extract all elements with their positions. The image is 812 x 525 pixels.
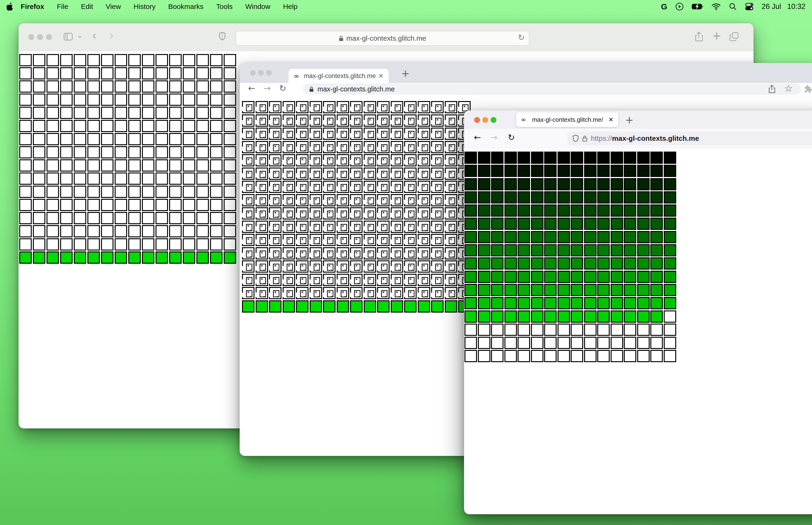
broken-image-cell: ×⌄ bbox=[310, 141, 322, 153]
green-shade-cell bbox=[464, 311, 477, 322]
close-tab-icon[interactable]: ✕ bbox=[608, 116, 613, 123]
back-button[interactable]: ← bbox=[248, 84, 255, 93]
green-shade-cell bbox=[504, 152, 517, 164]
green-shade-cell bbox=[611, 191, 623, 204]
tracking-shield-icon[interactable] bbox=[572, 135, 579, 142]
broken-border-gap bbox=[364, 213, 365, 217]
green-shade-cell bbox=[611, 257, 623, 270]
close-button[interactable] bbox=[474, 117, 480, 123]
chrome-active-tab[interactable]: ∞ max-gl-contexts.glitch.me ✕ bbox=[289, 69, 388, 83]
new-tab-button[interactable]: + bbox=[401, 68, 410, 79]
reload-button[interactable]: ↻ bbox=[508, 133, 515, 142]
green-shade-cell bbox=[544, 244, 556, 256]
back-button[interactable]: ← bbox=[474, 133, 481, 142]
green-shade-cell bbox=[584, 217, 597, 230]
zoom-button[interactable] bbox=[491, 117, 496, 123]
broken-border-gap bbox=[256, 253, 257, 257]
share-icon[interactable] bbox=[695, 32, 703, 42]
firefox-url-field[interactable]: https://max-gl-contexts.glitch.me bbox=[567, 132, 812, 145]
chrome-url-field[interactable]: max-gl-contexts.glitch.me bbox=[303, 84, 801, 95]
chrome-tab-bar: ∞ max-gl-contexts.glitch.me ✕ + bbox=[240, 63, 812, 83]
sidebar-chevron-down-icon[interactable]: ⌄ bbox=[77, 31, 83, 40]
empty-canvas-cell bbox=[637, 350, 650, 362]
close-button[interactable] bbox=[28, 34, 34, 40]
broken-image-cell: ×⌄ bbox=[391, 101, 403, 113]
broken-image-cell: ×⌄ bbox=[296, 207, 308, 220]
empty-canvas-cell bbox=[504, 337, 517, 349]
forward-button[interactable]: → bbox=[264, 84, 271, 93]
new-tab-button[interactable]: + bbox=[625, 114, 633, 126]
share-icon[interactable] bbox=[768, 85, 775, 93]
empty-canvas-cell bbox=[155, 159, 168, 171]
green-shade-cell bbox=[597, 257, 610, 270]
safari-url-field[interactable]: max-gl-contexts.glitch.me ↻ bbox=[236, 31, 530, 46]
sidebar-icon[interactable] bbox=[64, 33, 73, 41]
empty-canvas-cell bbox=[169, 107, 182, 119]
broken-image-icon: ×⌄ bbox=[408, 144, 414, 151]
menu-window[interactable]: Window bbox=[239, 3, 277, 11]
menu-tools[interactable]: Tools bbox=[210, 3, 239, 11]
menu-edit[interactable]: Edit bbox=[75, 3, 99, 11]
broken-image-icon: ×⌄ bbox=[422, 171, 428, 178]
reload-button[interactable]: ↻ bbox=[279, 84, 286, 93]
green-shade-cell bbox=[611, 178, 623, 190]
green-shade-cell bbox=[624, 284, 636, 296]
menu-app-name[interactable]: Firefox bbox=[14, 3, 50, 11]
extensions-puzzle-icon[interactable] bbox=[804, 85, 812, 93]
broken-border-gap bbox=[404, 160, 405, 164]
new-tab-button[interactable]: + bbox=[712, 29, 721, 42]
broken-image-icon: ×⌄ bbox=[422, 197, 428, 205]
minimize-button[interactable] bbox=[482, 117, 488, 123]
spotlight-search-icon[interactable] bbox=[729, 3, 737, 11]
broken-border-gap bbox=[337, 200, 338, 204]
battery-charging-icon[interactable] bbox=[692, 3, 703, 10]
apple-logo-icon[interactable] bbox=[6, 2, 14, 11]
back-button[interactable]: ‹ bbox=[92, 28, 97, 43]
menu-help[interactable]: Help bbox=[277, 3, 304, 11]
bookmark-star-icon[interactable]: ☆ bbox=[784, 83, 793, 94]
broken-border-gap bbox=[282, 200, 284, 204]
empty-canvas-cell bbox=[74, 67, 86, 79]
firefox-active-tab[interactable]: ∞ max-gl-contexts.glitch.me/ ✕ bbox=[516, 112, 618, 127]
empty-canvas-cell bbox=[142, 159, 154, 171]
menu-file[interactable]: File bbox=[50, 3, 75, 11]
google-g-icon[interactable]: G bbox=[661, 2, 667, 11]
menu-history[interactable]: History bbox=[127, 3, 162, 11]
close-button[interactable] bbox=[250, 70, 256, 76]
green-shade-cell bbox=[624, 271, 636, 283]
reload-icon[interactable]: ↻ bbox=[518, 33, 525, 42]
empty-canvas-cell bbox=[224, 172, 236, 185]
broken-border-gap bbox=[377, 200, 378, 204]
menu-view[interactable]: View bbox=[99, 3, 127, 11]
broken-border-gap bbox=[323, 160, 324, 164]
broken-image-icon: ×⌄ bbox=[287, 224, 293, 231]
menu-bookmarks[interactable]: Bookmarks bbox=[162, 3, 210, 11]
empty-canvas-cell bbox=[74, 159, 86, 171]
tab-overview-icon[interactable] bbox=[730, 32, 738, 41]
broken-image-cell: ×⌄ bbox=[418, 127, 430, 140]
broken-image-cell: ×⌄ bbox=[282, 234, 295, 246]
close-tab-icon[interactable]: ✕ bbox=[378, 72, 383, 79]
forward-button[interactable]: › bbox=[109, 28, 114, 43]
empty-canvas-cell bbox=[74, 93, 86, 106]
empty-canvas-cell bbox=[142, 199, 154, 211]
broken-image-icon: ×⌄ bbox=[368, 184, 374, 191]
broken-image-cell: ×⌄ bbox=[445, 247, 457, 259]
menu-bar-clock[interactable]: 26 Jul 10:32 bbox=[762, 2, 806, 11]
control-center-icon[interactable] bbox=[745, 3, 754, 11]
wifi-icon[interactable] bbox=[711, 3, 721, 10]
play-circle-icon[interactable] bbox=[675, 2, 684, 11]
broken-image-cell: ×⌄ bbox=[418, 207, 430, 220]
zoom-button[interactable] bbox=[46, 34, 52, 40]
broken-image-icon: ×⌄ bbox=[314, 290, 320, 297]
forward-button[interactable]: → bbox=[490, 133, 497, 142]
empty-canvas-cell bbox=[183, 54, 195, 66]
empty-canvas-cell bbox=[650, 324, 663, 336]
minimize-button[interactable] bbox=[37, 34, 43, 40]
minimize-button[interactable] bbox=[258, 70, 264, 76]
broken-image-icon: ×⌄ bbox=[260, 264, 266, 271]
broken-border-gap bbox=[431, 239, 432, 244]
broken-image-cell: ×⌄ bbox=[431, 234, 444, 246]
zoom-button[interactable] bbox=[266, 70, 272, 76]
broken-image-cell: ×⌄ bbox=[431, 274, 444, 286]
